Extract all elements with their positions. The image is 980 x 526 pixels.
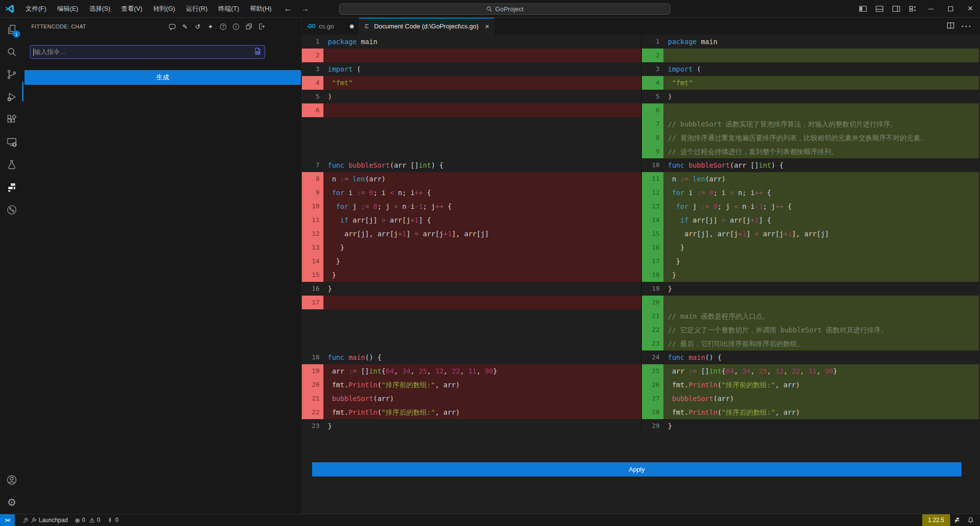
- code-line[interactable]: 19 arr := []int{64, 34, 25, 12, 22, 11, …: [302, 364, 641, 378]
- code-line[interactable]: 7func bubbleSort(arr []int) {: [302, 158, 641, 172]
- code-line[interactable]: 17: [302, 296, 641, 309]
- attach-file-icon[interactable]: [253, 47, 262, 57]
- code-line[interactable]: 14 if arr[j] > arr[j+1] {: [642, 213, 979, 227]
- code-line[interactable]: 22 fmt.Println("排序后的数组:", arr): [302, 405, 641, 419]
- menu-item[interactable]: 编辑(E): [52, 3, 84, 14]
- testing-icon[interactable]: [0, 153, 24, 176]
- code-line[interactable]: 9 for i := 0; i < n; i++ {: [302, 186, 641, 200]
- code-line[interactable]: 21// main 函数是程序的入口点。: [642, 309, 979, 323]
- split-editor-icon[interactable]: [947, 22, 955, 31]
- run-debug-icon[interactable]: [0, 86, 24, 108]
- tab-close-icon[interactable]: ×: [485, 22, 490, 30]
- edit-pencil-icon[interactable]: ✎: [181, 23, 189, 31]
- code-line[interactable]: 29}: [642, 419, 979, 433]
- menu-item[interactable]: 终端(T): [213, 3, 245, 14]
- code-line[interactable]: 4 "fmt": [302, 76, 641, 90]
- code-line[interactable]: 26 fmt.Println("排序前的数组:", arr): [642, 378, 979, 392]
- code-line[interactable]: 16 }: [642, 241, 979, 254]
- code-line[interactable]: 5): [642, 90, 979, 103]
- menu-item[interactable]: 查看(V): [116, 3, 147, 14]
- code-line[interactable]: 8// 冒泡排序通过重复地遍历要排序的列表，比较相邻的元素并交换顺序不对的元素。: [642, 131, 979, 145]
- code-line[interactable]: 22// 它定义了一个整数切片，并调用 bubbleSort 函数对其进行排序。: [642, 323, 979, 337]
- code-line[interactable]: 2: [642, 49, 979, 62]
- code-line[interactable]: 1package main: [302, 35, 641, 49]
- back-arrow-icon[interactable]: ←: [284, 4, 292, 14]
- code-line[interactable]: 6: [642, 103, 979, 117]
- code-line[interactable]: 16}: [302, 282, 641, 296]
- code-line[interactable]: 24func main() {: [642, 351, 979, 364]
- magic-wand-icon[interactable]: ✦: [206, 23, 215, 31]
- code-line[interactable]: 25 arr := []int{64, 34, 25, 12, 22, 11, …: [642, 364, 979, 378]
- toggle-secondary-sidebar-icon[interactable]: [888, 0, 905, 17]
- code-line[interactable]: 7// bubbleSort 函数实现了冒泡排序算法，对输入的整数切片进行排序。: [642, 117, 979, 131]
- tab-document-code[interactable]: Document Code (d:\GoProject\cs.go) ×: [359, 18, 494, 35]
- maximize-button[interactable]: [941, 0, 960, 17]
- code-line[interactable]: 18func main() {: [302, 351, 641, 364]
- code-line[interactable]: 3import (: [302, 62, 641, 76]
- settings-gear-icon[interactable]: ⚙: [0, 491, 24, 514]
- fittencode-icon[interactable]: [0, 176, 24, 199]
- code-line[interactable]: 23}: [302, 419, 641, 433]
- code-line[interactable]: 1package main: [642, 35, 979, 49]
- code-line[interactable]: 13 for j := 0; j < n-i-1; j++ {: [642, 200, 979, 213]
- go-version-badge[interactable]: 1.22.5: [922, 514, 950, 526]
- code-line[interactable]: 21 bubbleSort(arr): [302, 392, 641, 405]
- minimize-button[interactable]: ─: [921, 0, 941, 17]
- ports-item[interactable]: 0: [103, 514, 122, 526]
- code-line[interactable]: 10func bubbleSort(arr []int) {: [642, 158, 979, 172]
- code-line[interactable]: 28 fmt.Println("排序后的数组:", arr): [642, 405, 979, 419]
- code-line[interactable]: 15 arr[j], arr[j+1] = arr[j+1], arr[j]: [642, 227, 979, 241]
- menu-item[interactable]: 选择(S): [84, 3, 116, 14]
- sign-out-icon[interactable]: [257, 23, 266, 31]
- open-window-icon[interactable]: [245, 23, 253, 31]
- code-line[interactable]: 11 n := len(arr): [642, 172, 979, 186]
- code-line[interactable]: 27 bubbleSort(arr): [642, 392, 979, 405]
- timeline-branch-icon[interactable]: [0, 199, 24, 221]
- code-line[interactable]: 12 for i := 0; i < n; i++ {: [642, 186, 979, 200]
- account-icon[interactable]: [0, 469, 24, 491]
- code-line[interactable]: 9// 这个过程会持续进行，直到整个列表都按顺序排列。: [642, 145, 979, 158]
- apply-button[interactable]: Apply: [312, 462, 961, 476]
- menu-item[interactable]: 运行(R): [180, 3, 213, 14]
- menu-item[interactable]: 文件(F): [20, 3, 52, 14]
- history-icon[interactable]: ↺: [194, 23, 202, 31]
- code-line[interactable]: 2: [302, 49, 641, 62]
- explorer-icon[interactable]: 1: [0, 18, 24, 41]
- remote-explorer-icon[interactable]: [0, 131, 24, 153]
- code-line[interactable]: 3import (: [642, 62, 979, 76]
- code-line[interactable]: 12 arr[j], arr[j+1] = arr[j+1], arr[j]: [302, 227, 641, 241]
- extensions-icon[interactable]: [0, 108, 24, 131]
- code-line[interactable]: 17 }: [642, 254, 979, 268]
- code-line[interactable]: 8 n := len(arr): [302, 172, 641, 186]
- code-line[interactable]: 5): [302, 90, 641, 103]
- code-line[interactable]: 13 }: [302, 241, 641, 254]
- info-icon[interactable]: i: [232, 23, 240, 31]
- menu-item[interactable]: 帮助(H): [245, 3, 277, 14]
- close-button[interactable]: ×: [960, 0, 980, 17]
- forward-arrow-icon[interactable]: →: [301, 4, 309, 14]
- generate-button[interactable]: 生成: [24, 70, 301, 85]
- code-line[interactable]: 6: [302, 103, 641, 117]
- tab-cs-go[interactable]: -GO cs.go: [302, 18, 359, 35]
- launchpad-item[interactable]: Launchpad: [19, 514, 71, 526]
- customize-layout-icon[interactable]: [905, 0, 921, 17]
- command-center-search[interactable]: GoProject: [339, 3, 670, 15]
- code-line[interactable]: 14 }: [302, 254, 641, 268]
- more-actions-icon[interactable]: ···: [961, 22, 972, 31]
- code-line[interactable]: 20 fmt.Println("排序前的数组:", arr): [302, 378, 641, 392]
- code-line[interactable]: 23// 最后，它打印出排序前和排序后的数组。: [642, 337, 979, 351]
- code-line[interactable]: 15 }: [302, 268, 641, 282]
- code-line[interactable]: 18 }: [642, 268, 979, 282]
- toggle-panel-icon[interactable]: [871, 0, 888, 17]
- code-line[interactable]: 10 for j := 0; j < n-i-1; j++ {: [302, 200, 641, 213]
- code-line[interactable]: 20: [642, 296, 979, 309]
- problems-item[interactable]: ⊗ 0 ⚠ 0: [71, 514, 103, 526]
- source-control-icon[interactable]: [0, 63, 24, 86]
- search-view-icon[interactable]: [0, 41, 24, 63]
- code-line[interactable]: 11 if arr[j] > arr[j+1] {: [302, 213, 641, 227]
- code-line[interactable]: 4 "fmt": [642, 76, 979, 90]
- help-icon[interactable]: ?: [219, 23, 227, 31]
- remote-indicator[interactable]: ><: [0, 514, 15, 526]
- modified-dot-icon[interactable]: [350, 25, 354, 28]
- code-line[interactable]: 19}: [642, 282, 979, 296]
